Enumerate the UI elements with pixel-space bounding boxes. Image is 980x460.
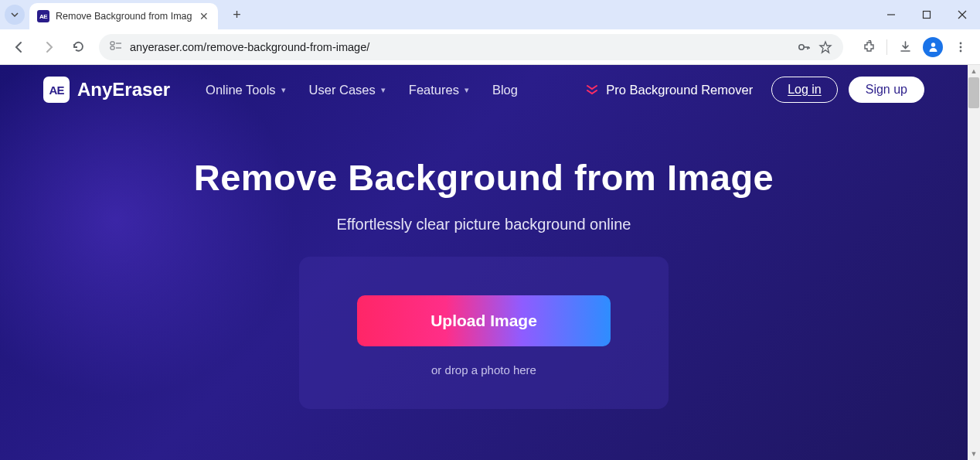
site-settings-icon[interactable] [110,39,122,54]
nav-label: Online Tools [206,83,276,97]
scroll-thumb[interactable] [968,77,979,108]
hero-section: Remove Background from Image Effortlessl… [0,114,968,409]
page-content: AE AnyEraser Online Tools▾ User Cases▾ F… [0,65,968,460]
address-bar[interactable]: anyeraser.com/remove-background-from-ima… [99,34,843,60]
new-tab-button[interactable]: + [226,4,247,26]
bookmark-star-icon[interactable] [818,40,832,54]
pro-label: Pro Background Remover [606,83,753,97]
tab-title: Remove Background from Imag [56,11,192,22]
browser-chrome: AE Remove Background from Imag ✕ + anyer… [0,0,980,65]
back-button[interactable] [6,34,32,60]
profile-button[interactable] [920,34,946,60]
site-header: AE AnyEraser Online Tools▾ User Cases▾ F… [0,65,968,114]
main-nav: Online Tools▾ User Cases▾ Features▾ Blog [206,83,518,97]
nav-blog[interactable]: Blog [492,83,518,97]
svg-rect-4 [111,42,114,45]
browser-toolbar: anyeraser.com/remove-background-from-ima… [0,29,980,65]
scrollbar[interactable]: ▲ ▼ [968,65,980,460]
maximize-button[interactable] [909,0,944,29]
close-tab-button[interactable]: ✕ [198,9,210,24]
nav-features[interactable]: Features▾ [409,83,469,97]
logo-text: AnyEraser [77,79,170,101]
url-text: anyeraser.com/remove-background-from-ima… [130,41,789,53]
svg-point-12 [931,43,934,46]
minimize-button[interactable] [873,0,909,29]
pro-background-remover-link[interactable]: Pro Background Remover [586,83,753,97]
chevron-down-icon: ▾ [281,85,286,95]
browser-tab[interactable]: AE Remove Background from Imag ✕ [29,3,218,29]
svg-rect-1 [924,12,931,19]
close-window-button[interactable] [944,0,980,29]
logo-badge-icon: AE [43,77,70,103]
svg-point-13 [960,42,962,44]
login-button[interactable]: Log in [771,77,838,103]
viewport: AE AnyEraser Online Tools▾ User Cases▾ F… [0,65,980,460]
toolbar-right-icons [856,34,974,60]
svg-rect-5 [111,46,114,49]
upload-dropzone[interactable]: Upload Image or drop a photo here [299,257,669,409]
tab-strip: AE Remove Background from Imag ✕ + [0,0,980,29]
window-controls [873,0,980,29]
extensions-button[interactable] [856,34,882,60]
svg-point-15 [960,49,962,52]
scroll-down-button[interactable]: ▼ [968,448,980,460]
nav-online-tools[interactable]: Online Tools▾ [206,83,286,97]
chevron-down-icon: ▾ [381,85,386,95]
toolbar-divider [886,39,887,55]
nav-label: Features [409,83,459,97]
reload-button[interactable] [65,34,91,60]
favicon-icon: AE [37,10,49,22]
menu-button[interactable] [948,34,974,60]
nav-user-cases[interactable]: User Cases▾ [309,83,386,97]
logo[interactable]: AE AnyEraser [43,77,170,103]
drop-hint-text: or drop a photo here [299,363,669,377]
signup-button[interactable]: Sign up [849,77,924,103]
nav-label: User Cases [309,83,376,97]
chevron-down-icon: ▾ [464,85,469,95]
hero-title: Remove Background from Image [0,156,968,199]
forward-button[interactable] [36,34,62,60]
password-key-icon[interactable] [797,40,811,54]
upload-image-button[interactable]: Upload Image [357,295,611,346]
scroll-up-button[interactable]: ▲ [968,65,980,77]
downloads-button[interactable] [892,34,918,60]
hero-subtitle: Effortlessly clear picture background on… [0,216,968,233]
svg-point-14 [960,46,962,48]
pro-icon [586,83,598,96]
nav-label: Blog [492,83,518,97]
tab-search-button[interactable] [5,5,25,25]
svg-point-8 [799,44,804,49]
